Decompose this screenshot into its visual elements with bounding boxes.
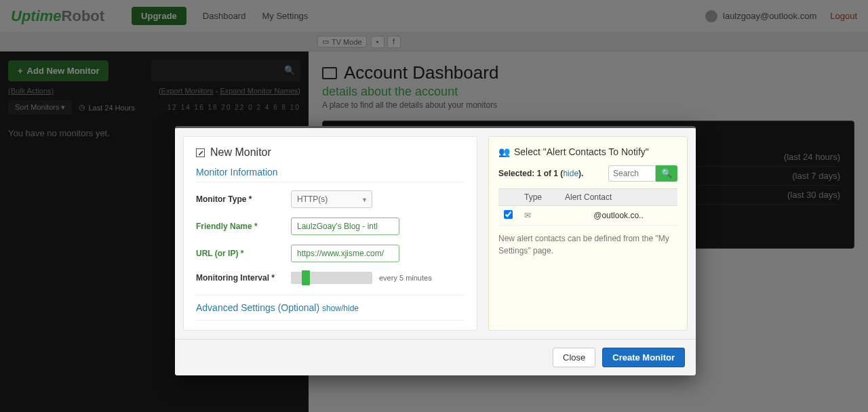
- new-monitor-modal: New Monitor Monitor Information Monitor …: [175, 126, 696, 375]
- contacts-table-head: Type Alert Contact: [498, 188, 677, 206]
- alert-contacts-panel: 👥Select "Alert Contacts To Notify" Selec…: [488, 136, 688, 331]
- search-icon: 🔍: [661, 168, 672, 178]
- people-icon: 👥: [498, 146, 510, 157]
- advanced-settings: Advanced Settings (Optional) show/hide: [196, 295, 465, 321]
- selected-text: Selected: 1 of 1 (hide).: [498, 169, 583, 178]
- interval-text: every 5 minutes: [379, 274, 432, 282]
- contact-row[interactable]: ✉ @outlook.co..: [498, 206, 677, 226]
- label-url: URL (or IP) *: [196, 249, 291, 258]
- chevron-down-icon: ▼: [361, 197, 368, 203]
- contact-email: @outlook.co..: [565, 211, 672, 220]
- label-friendly-name: Friendly Name *: [196, 222, 291, 231]
- slider-handle[interactable]: [302, 270, 310, 285]
- label-monitor-type: Monitor Type *: [196, 194, 291, 204]
- section-monitor-info: Monitor Information: [196, 167, 465, 182]
- hide-link[interactable]: hide: [563, 169, 578, 178]
- monitor-form: New Monitor Monitor Information Monitor …: [183, 136, 477, 331]
- contact-search-input[interactable]: [608, 165, 656, 182]
- contacts-title: 👥Select "Alert Contacts To Notify": [498, 146, 677, 157]
- url-input[interactable]: [291, 245, 399, 262]
- friendly-name-input[interactable]: [291, 218, 399, 235]
- mail-icon: ✉: [524, 211, 565, 220]
- contact-search-button[interactable]: 🔍: [656, 165, 677, 182]
- monitor-type-select[interactable]: HTTP(s)▼: [291, 190, 372, 208]
- label-interval: Monitoring Interval *: [196, 273, 291, 283]
- advanced-toggle[interactable]: show/hide: [322, 304, 359, 313]
- create-monitor-button[interactable]: Create Monitor: [602, 348, 685, 367]
- edit-icon: [196, 148, 205, 157]
- modal-title: New Monitor: [196, 146, 465, 159]
- contacts-note: New alert contacts can be defined from t…: [498, 232, 677, 257]
- modal-footer: Close Create Monitor: [175, 339, 696, 375]
- interval-slider[interactable]: [291, 272, 372, 284]
- close-button[interactable]: Close: [553, 348, 595, 367]
- contact-checkbox[interactable]: [504, 210, 513, 219]
